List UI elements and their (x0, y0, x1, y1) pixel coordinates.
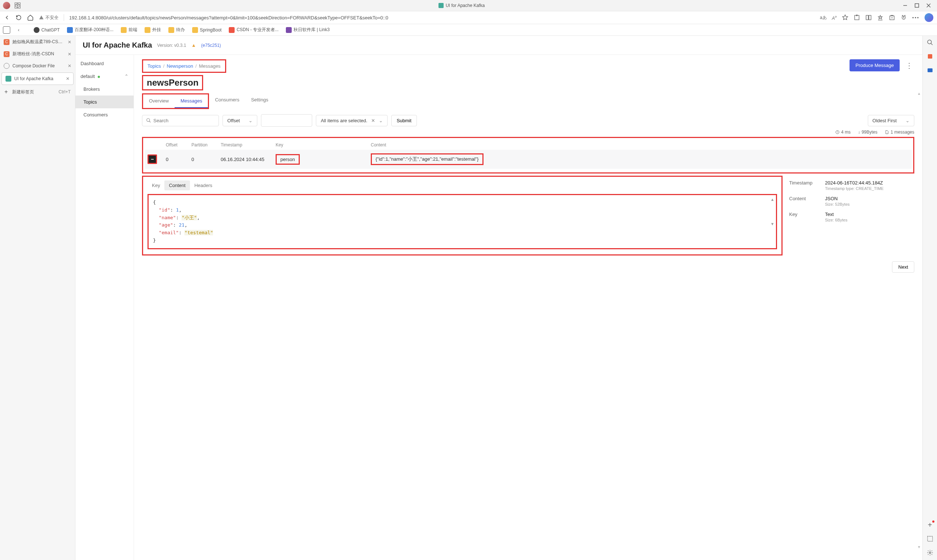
file-icon (885, 130, 889, 134)
search-input[interactable] (153, 118, 215, 123)
scroll-down-icon[interactable]: ▾ (771, 221, 774, 226)
more-icon[interactable]: ••• (912, 15, 919, 20)
produce-message-button[interactable]: Produce Message (849, 59, 900, 71)
window-title: UI for Apache Kafka (446, 3, 485, 8)
tab-overview[interactable]: Overview (143, 94, 175, 108)
bookmark-item[interactable]: SpringBoot (190, 26, 224, 34)
vertical-tab[interactable]: C新增粉丝-消息-CSDN✕ (0, 48, 75, 60)
close-tab-icon[interactable]: ✕ (68, 40, 71, 45)
add-rail-icon[interactable]: + (926, 521, 934, 529)
offset-select[interactable]: Offset ⌄ (223, 115, 257, 126)
collapse-panel-icon[interactable]: ‹ (15, 26, 23, 34)
download-icon: ↓ (858, 129, 860, 135)
commit-hash[interactable]: (e75c251) (201, 43, 221, 48)
search-box[interactable] (142, 115, 219, 126)
url-text[interactable]: 192.168.1.4:8080/ui/clusters/default/top… (69, 15, 815, 20)
outlook-rail-icon[interactable] (926, 67, 934, 74)
partition-filter[interactable]: All items are selected. ✕ ⌄ (316, 115, 387, 126)
copilot-icon[interactable] (925, 13, 933, 22)
folder-icon (192, 27, 198, 33)
close-tab-icon[interactable]: ✕ (68, 63, 71, 68)
svg-line-13 (149, 121, 151, 123)
next-button[interactable]: Next (892, 262, 914, 273)
csdn-icon (229, 27, 235, 33)
stat-size: 99Bytes (862, 129, 877, 135)
tab-label: 新增粉丝-消息-CSDN (12, 51, 65, 57)
workspace-icon[interactable] (15, 3, 20, 8)
screenshot-rail-icon[interactable] (926, 535, 934, 542)
bookmark-item[interactable]: 前端 (118, 26, 140, 34)
table-row[interactable]: − 0 0 06.16.2024 10:44:45 person {"id":1… (145, 150, 912, 169)
bookmark-label: 待办 (176, 27, 185, 33)
extensions-icon[interactable] (854, 14, 860, 21)
bookmark-label: 百度翻译-200种语... (75, 27, 114, 33)
bookmark-label: 外挂 (152, 27, 161, 33)
sidebar-cluster[interactable]: default ⌃ (75, 70, 134, 83)
submit-button[interactable]: Submit (391, 115, 417, 126)
translate-icon[interactable]: aあ (820, 15, 827, 21)
bookmark-item[interactable]: CSDN - 专业开发者... (226, 26, 281, 34)
close-tab-icon[interactable]: ✕ (68, 52, 71, 57)
more-actions-icon[interactable]: ⋮ (904, 60, 914, 71)
bookmark-item[interactable]: 秋日软件库 | Link3 (284, 26, 332, 34)
detail-tab-headers[interactable]: Headers (190, 180, 217, 190)
sidebar-topics[interactable]: Topics (75, 95, 134, 108)
favorite-icon[interactable] (842, 14, 848, 21)
bookmark-item[interactable]: 外挂 (142, 26, 163, 34)
app-title: UI for Apache Kafka (83, 41, 152, 49)
minimize-icon[interactable] (903, 3, 908, 8)
sidebar-brokers[interactable]: Brokers (75, 83, 134, 95)
search-rail-icon[interactable] (926, 39, 934, 46)
detail-tab-key[interactable]: Key (148, 180, 164, 190)
collections-icon[interactable] (889, 14, 895, 21)
home-icon[interactable] (27, 14, 34, 21)
vertical-tab[interactable]: C她似晚风般温柔789-CSDN博客✕ (0, 36, 75, 48)
favorites-bar-icon[interactable] (877, 14, 883, 21)
cell-partition: 0 (191, 157, 221, 162)
stat-count: 1 messages (891, 129, 914, 135)
new-tab-button[interactable]: +新建标签页 Ctrl+T (0, 86, 75, 98)
close-icon[interactable] (926, 3, 931, 8)
col-offset: Offset (166, 142, 191, 148)
window-titlebar: UI for Apache Kafka (0, 0, 937, 11)
tab-favicon-icon (6, 76, 11, 82)
clear-filter-icon[interactable]: ✕ (371, 118, 375, 123)
messages-table: Offset Partition Timestamp Key Content −… (142, 137, 914, 174)
bookmark-label: ChatGPT (42, 28, 60, 32)
settings-rail-icon[interactable] (926, 549, 934, 556)
chevron-down-icon: ⌄ (906, 118, 909, 123)
tab-messages[interactable]: Messages (175, 94, 208, 108)
crumb-topic-name[interactable]: Newsperson (166, 63, 193, 69)
sidebar-toggle-icon[interactable] (3, 26, 10, 34)
scroll-down-icon[interactable]: ▼ (917, 545, 921, 549)
crumb-topics[interactable]: Topics (148, 63, 161, 69)
insecure-badge[interactable]: 不安全 (39, 15, 58, 21)
bookmark-item[interactable]: 待办 (166, 26, 187, 34)
back-icon[interactable] (4, 14, 10, 21)
meta-content-value: JSON (825, 196, 849, 201)
maximize-icon[interactable] (914, 3, 919, 8)
refresh-icon[interactable] (15, 14, 22, 21)
scroll-up-icon[interactable]: ▴ (771, 197, 774, 202)
performance-icon[interactable] (900, 14, 907, 21)
office-rail-icon[interactable] (926, 53, 934, 60)
filter-label: All items are selected. (321, 118, 367, 123)
detail-tab-content[interactable]: Content (164, 180, 190, 190)
scroll-up-icon[interactable]: ▲ (917, 91, 921, 95)
vertical-tab[interactable]: UI for Apache Kafka✕ (2, 72, 74, 85)
bookmark-item[interactable]: ChatGPT (31, 26, 62, 34)
sort-select[interactable]: Oldest First ⌄ (868, 115, 914, 126)
topic-tabs: Overview Messages (142, 93, 209, 109)
collapse-row-icon[interactable]: − (148, 154, 157, 164)
text-size-icon[interactable]: A» (832, 15, 837, 21)
profile-avatar-icon[interactable] (3, 2, 10, 9)
vertical-tab[interactable]: Compose Docker File✕ (0, 60, 75, 72)
tab-consumers[interactable]: Consumers (209, 93, 245, 114)
bookmark-item[interactable]: 百度翻译-200种语... (65, 26, 115, 34)
tab-settings[interactable]: Settings (245, 93, 274, 114)
close-tab-icon[interactable]: ✕ (66, 76, 69, 81)
sidebar-consumers[interactable]: Consumers (75, 108, 134, 121)
split-icon[interactable] (865, 14, 872, 21)
sidebar-dashboard[interactable]: Dashboard (75, 57, 134, 70)
value-input[interactable] (261, 114, 312, 127)
